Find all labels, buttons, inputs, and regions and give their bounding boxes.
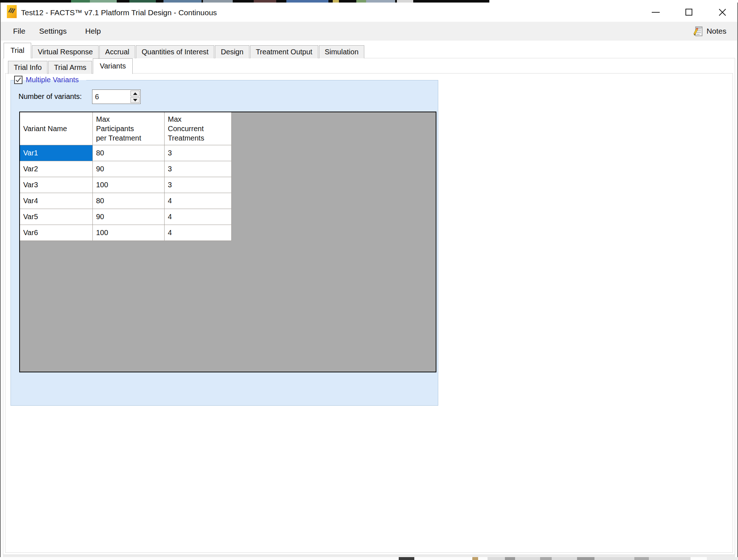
cell-max-participants[interactable]: 90	[93, 209, 164, 225]
maximize-button[interactable]	[677, 3, 700, 22]
menu-bar: File Settings Help Notes	[1, 22, 737, 41]
stepper-down-button[interactable]	[130, 97, 140, 103]
header-line: Max	[168, 114, 231, 124]
cell-variant-name[interactable]: Var1	[20, 145, 92, 161]
header-line: Variant Name	[23, 124, 92, 133]
multiple-variants-groupbox: Multiple Variants Number of variants: 6 …	[11, 80, 438, 406]
tab-trial-info[interactable]: Trial Info	[8, 61, 47, 74]
tab-trial[interactable]: Trial	[4, 43, 31, 58]
desktop-fragment	[472, 557, 478, 560]
cell-max-concurrent[interactable]: 4	[165, 209, 231, 225]
cell-max-concurrent[interactable]: 3	[165, 145, 231, 161]
variants-table: Variant Name Max Participants per Treatm…	[20, 112, 232, 241]
groupbox-border	[86, 80, 438, 80]
groupbox-border	[11, 80, 14, 80]
tab-simulation[interactable]: Simulation	[319, 45, 364, 58]
desktop-fragment	[397, 0, 413, 3]
menu-item-settings[interactable]: Settings	[35, 22, 71, 41]
menu-item-help[interactable]: Help	[81, 22, 105, 41]
cell-variant-name[interactable]: Var2	[20, 161, 92, 177]
multiple-variants-toggle[interactable]: Multiple Variants	[14, 75, 79, 85]
cell-max-participants[interactable]: 100	[93, 225, 164, 241]
header-line: Treatments	[168, 133, 231, 143]
notes-button[interactable]: Notes	[692, 22, 726, 41]
header-line: Concurrent	[168, 124, 231, 133]
cell-variant-name[interactable]: Var3	[20, 177, 92, 193]
desktop-fragment	[366, 0, 395, 3]
column-header-variant-name: Variant Name	[20, 112, 92, 145]
tab-accrual[interactable]: Accrual	[99, 45, 135, 58]
main-tab-strip: Trial Virtual Response Accrual Quantitie…	[4, 43, 365, 58]
window-title: Test12 - FACTS™ v7.1 Platform Trial Desi…	[21, 3, 217, 22]
tab-virtual-response[interactable]: Virtual Response	[32, 45, 99, 58]
desktop-fragment	[707, 557, 738, 560]
header-line: Participants	[96, 124, 164, 133]
variants-grid: Variant Name Max Participants per Treatm…	[19, 112, 436, 372]
checkmark-icon	[15, 76, 22, 83]
close-button[interactable]	[711, 3, 734, 22]
number-of-variants-input[interactable]: 6	[92, 90, 130, 104]
title-bar: Test12 - FACTS™ v7.1 Platform Trial Desi…	[1, 3, 737, 22]
maximize-icon	[685, 9, 692, 16]
number-of-variants-label: Number of variants:	[18, 92, 82, 101]
multiple-variants-label: Multiple Variants	[26, 76, 79, 84]
arrow-up-icon	[133, 92, 137, 95]
cell-variant-name[interactable]: Var6	[20, 225, 92, 241]
minimize-icon	[652, 12, 660, 13]
notes-label: Notes	[706, 27, 726, 35]
number-of-variants-stepper: 6	[92, 89, 141, 104]
menu-item-file[interactable]: File	[9, 22, 30, 41]
multiple-variants-checkbox[interactable]	[14, 76, 22, 84]
desktop-peek-bottom	[0, 557, 738, 560]
cell-max-concurrent[interactable]: 4	[165, 225, 231, 241]
cell-variant-name[interactable]: Var4	[20, 193, 92, 209]
tab-treatment-output[interactable]: Treatment Output	[250, 45, 318, 58]
desktop-fragment	[129, 0, 156, 3]
desktop-fragment	[333, 0, 339, 3]
close-icon	[718, 8, 727, 17]
desktop-fragment	[634, 557, 649, 560]
desktop-fragment	[356, 0, 366, 3]
header-line: Max	[96, 114, 164, 124]
cell-max-participants[interactable]: 100	[93, 177, 164, 193]
notepad-pencil-icon	[692, 25, 704, 37]
desktop-fragment	[505, 557, 515, 560]
cell-max-participants[interactable]: 90	[93, 161, 164, 177]
arrow-down-icon	[133, 99, 137, 101]
stepper-buttons	[130, 90, 140, 104]
cell-max-concurrent[interactable]: 4	[165, 193, 231, 209]
tab-trial-arms[interactable]: Trial Arms	[48, 61, 92, 74]
cell-variant-name[interactable]: Var5	[20, 209, 92, 225]
cell-max-participants[interactable]: 80	[93, 145, 164, 161]
cell-max-concurrent[interactable]: 3	[165, 161, 231, 177]
column-header-max-concurrent: Max Concurrent Treatments	[165, 112, 231, 145]
header-line: per Treatment	[96, 133, 164, 143]
desktop-fragment	[90, 0, 117, 3]
desktop-fragment	[254, 0, 276, 3]
desktop-fragment	[71, 0, 90, 3]
trial-sub-tab-strip: Trial Info Trial Arms Variants	[8, 58, 133, 74]
column-header-max-participants: Max Participants per Treatment	[93, 112, 164, 145]
tab-variants[interactable]: Variants	[93, 58, 133, 74]
desktop-fragment	[540, 557, 552, 560]
desktop-fragment	[286, 0, 328, 3]
desktop-peek-top	[0, 0, 738, 3]
cell-max-participants[interactable]: 80	[93, 193, 164, 209]
tab-quantities-of-interest[interactable]: Quantities of Interest	[136, 45, 215, 58]
desktop-fragment	[577, 557, 594, 560]
window-border-left	[0, 3, 1, 557]
cell-max-concurrent[interactable]: 3	[165, 177, 231, 193]
stepper-up-button[interactable]	[130, 91, 140, 96]
desktop-fragment	[203, 0, 233, 3]
tab-design[interactable]: Design	[215, 45, 249, 58]
desktop-fragment	[399, 557, 414, 560]
minimize-button[interactable]	[644, 3, 667, 22]
desktop-fragment	[163, 0, 202, 3]
facts-logo-icon	[7, 5, 17, 18]
